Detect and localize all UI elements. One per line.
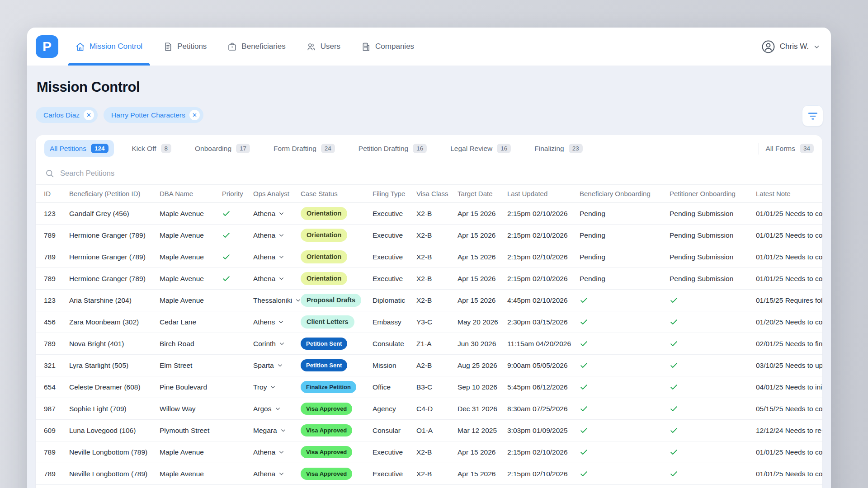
nav-item-beneficiaries[interactable]: Beneficiaries bbox=[227, 28, 285, 66]
filter-chips-row: Carlos DiazHarry Potter Characters bbox=[36, 107, 822, 123]
user-menu[interactable]: Chris W. bbox=[761, 40, 820, 54]
cell-target-date: May 20 2026 bbox=[458, 318, 507, 326]
nav-item-mission-control[interactable]: Mission Control bbox=[75, 28, 142, 66]
nav-item-users[interactable]: Users bbox=[307, 28, 340, 66]
cell-id: 654 bbox=[44, 383, 69, 391]
cell-latest-note: 01/01/25 Needs to confirm details bbox=[756, 448, 822, 456]
column-header: Last Updated bbox=[507, 190, 580, 197]
table-row[interactable]: 321Lyra Starlight (505)Elm StreetSpartaP… bbox=[36, 355, 822, 376]
tab-count: 16 bbox=[497, 144, 511, 154]
chip-close-button[interactable] bbox=[189, 110, 200, 120]
cell-ops-analyst[interactable]: Corinth bbox=[253, 340, 301, 348]
table-row[interactable]: 123Gandalf Grey (456)Maple AvenueAthenaO… bbox=[36, 203, 822, 225]
cell-id: 789 bbox=[44, 448, 69, 456]
tab-label: Legal Review bbox=[450, 145, 492, 153]
cell-latest-note: 01/15/25 Requires follow-up bbox=[756, 296, 822, 305]
table-row[interactable]: 654Celeste Dreamer (608)Pine BoulevardTr… bbox=[36, 376, 822, 398]
tab-count: 8 bbox=[161, 144, 172, 154]
cell-ops-analyst[interactable]: Athena bbox=[253, 253, 301, 261]
chip-close-button[interactable] bbox=[84, 110, 94, 120]
check-icon bbox=[580, 296, 670, 305]
cell-id: 789 bbox=[44, 470, 69, 478]
table-row[interactable]: 789Nova Bright (401)Birch RoadCorinthPet… bbox=[36, 333, 822, 355]
tab-form-drafting[interactable]: Form Drafting24 bbox=[268, 140, 340, 157]
cell-ops-analyst[interactable]: Argos bbox=[253, 405, 301, 413]
filter-chip[interactable]: Carlos Diaz bbox=[36, 107, 98, 123]
cell-ops-analyst[interactable]: Sparta bbox=[253, 361, 301, 370]
tab-onboarding[interactable]: Onboarding17 bbox=[189, 140, 255, 157]
chevron-down-icon[interactable] bbox=[278, 276, 284, 282]
cell-priority bbox=[222, 209, 253, 218]
cell-beneficiary-onboarding bbox=[580, 361, 670, 370]
chevron-down-icon[interactable] bbox=[279, 341, 285, 347]
nav-item-petitions[interactable]: Petitions bbox=[163, 28, 207, 66]
cell-ops-analyst[interactable]: Athena bbox=[253, 231, 301, 239]
column-header: Beneficiary Onboarding bbox=[580, 190, 670, 197]
filter-button[interactable] bbox=[802, 105, 823, 127]
check-icon bbox=[580, 448, 670, 456]
app-logo[interactable]: P bbox=[36, 35, 58, 58]
chevron-down-icon[interactable] bbox=[278, 449, 284, 455]
cell-beneficiary-onboarding bbox=[580, 404, 670, 413]
tab-petition-drafting[interactable]: Petition Drafting16 bbox=[353, 140, 432, 157]
companies-icon bbox=[361, 42, 371, 52]
chevron-down-icon[interactable] bbox=[280, 427, 286, 433]
chevron-down-icon[interactable] bbox=[278, 232, 284, 238]
chevron-down-icon bbox=[813, 43, 820, 50]
column-header: Visa Class bbox=[416, 190, 458, 197]
chevron-down-icon[interactable] bbox=[278, 471, 284, 477]
check-icon bbox=[670, 296, 756, 305]
check-icon bbox=[670, 404, 756, 413]
chevron-down-icon[interactable] bbox=[278, 254, 284, 260]
chevron-down-icon[interactable] bbox=[278, 211, 284, 216]
cell-visa-class: X2-B bbox=[416, 275, 458, 283]
tab-all-petitions[interactable]: All Petitions124 bbox=[44, 140, 114, 157]
ops-analyst-name: Athena bbox=[253, 470, 275, 478]
cell-ops-analyst[interactable]: Athena bbox=[253, 210, 301, 218]
table-row[interactable]: 987Sophie Light (709)Willow WayArgosVisa… bbox=[36, 398, 822, 420]
cell-ops-analyst[interactable]: Athena bbox=[253, 448, 301, 456]
check-icon bbox=[222, 209, 253, 218]
cell-beneficiary-onboarding: Pending bbox=[580, 275, 670, 283]
table-row[interactable]: 456Zara Moonbeam (302)Cedar LaneAthensCl… bbox=[36, 311, 822, 333]
cell-visa-class: X2-B bbox=[416, 448, 458, 456]
cell-beneficiary-onboarding bbox=[580, 383, 670, 391]
cell-ops-analyst[interactable]: Thessaloniki bbox=[253, 296, 301, 305]
tab-finalizing[interactable]: Finalizing23 bbox=[529, 140, 588, 157]
column-header: Filing Type bbox=[373, 190, 416, 197]
chevron-down-icon[interactable] bbox=[270, 384, 276, 390]
close-icon bbox=[192, 113, 197, 117]
cell-beneficiary: Sophie Light (709) bbox=[69, 405, 160, 413]
column-header: ID bbox=[44, 190, 69, 197]
table-row[interactable]: 789Neville Longbottom (789)Maple AvenueA… bbox=[36, 463, 822, 485]
cell-beneficiary: Aria Starshine (204) bbox=[69, 296, 160, 305]
page-title: Mission Control bbox=[37, 79, 822, 95]
tab-all-forms[interactable]: All Forms 34 bbox=[766, 144, 814, 154]
search-petitions-input[interactable]: Search Petitions bbox=[36, 162, 822, 185]
nav-item-label: Petitions bbox=[177, 42, 207, 51]
nav-item-label: Beneficiaries bbox=[241, 42, 285, 51]
tab-legal-review[interactable]: Legal Review16 bbox=[445, 140, 516, 157]
cell-ops-analyst[interactable]: Troy bbox=[253, 383, 301, 391]
table-row[interactable]: 789Hermione Granger (789)Maple AvenueAth… bbox=[36, 246, 822, 268]
nav-item-companies[interactable]: Companies bbox=[361, 28, 414, 66]
table-row[interactable]: 609Luna Lovegood (106)Plymouth StreetMeg… bbox=[36, 420, 822, 441]
cell-ops-analyst[interactable]: Athena bbox=[253, 470, 301, 478]
chevron-down-icon[interactable] bbox=[277, 362, 283, 368]
filter-chip[interactable]: Harry Potter Characters bbox=[104, 107, 203, 123]
tab-kick-off[interactable]: Kick Off8 bbox=[127, 140, 177, 157]
table-row[interactable]: 789Neville Longbottom (789)Maple AvenueA… bbox=[36, 441, 822, 463]
status-badge: Orientation bbox=[301, 250, 347, 263]
cell-ops-analyst[interactable]: Athena bbox=[253, 275, 301, 283]
table-row[interactable]: 789Hermione Granger (789)Maple AvenueAth… bbox=[36, 268, 822, 290]
table-body: 123Gandalf Grey (456)Maple AvenueAthenaO… bbox=[36, 203, 822, 485]
chevron-down-icon[interactable] bbox=[275, 406, 281, 412]
chevron-down-icon[interactable] bbox=[278, 319, 284, 325]
table-row[interactable]: 123Aria Starshine (204)Maple AvenueThess… bbox=[36, 290, 822, 311]
cell-beneficiary-onboarding: Pending bbox=[580, 253, 670, 261]
table-row[interactable]: 789Hermione Granger (789)Maple AvenueAth… bbox=[36, 225, 822, 246]
cell-ops-analyst[interactable]: Athens bbox=[253, 318, 301, 326]
check-icon bbox=[580, 318, 670, 326]
cell-ops-analyst[interactable]: Megara bbox=[253, 427, 301, 435]
cell-target-date: Apr 15 2026 bbox=[458, 210, 507, 218]
